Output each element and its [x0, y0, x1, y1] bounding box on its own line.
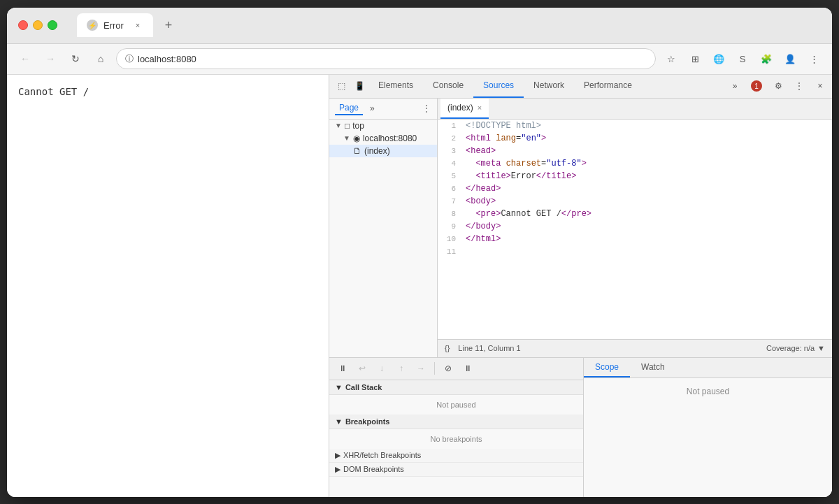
back-button[interactable]: ←	[15, 49, 35, 69]
xhr-arrow: ▶	[335, 451, 340, 460]
main-content: Cannot GET / ⬚ 📱 Elements Console Source…	[7, 75, 832, 497]
arrow-icon: ▼	[335, 122, 342, 129]
call-stack-content: Not paused	[329, 395, 583, 415]
debugger-right: Scope Watch Not paused	[584, 358, 832, 497]
refresh-button[interactable]: ↻	[66, 49, 85, 69]
stop-button[interactable]: ⏸	[460, 361, 475, 376]
browser-tab[interactable]: ⚡ Error ×	[77, 13, 153, 37]
xhr-breakpoints-header[interactable]: ▶ XHR/fetch Breakpoints	[329, 449, 583, 463]
code-editor[interactable]: 1 <!DOCTYPE html> 2 <html lang="en"> 3 <…	[438, 120, 832, 339]
code-line-3: 3 <head>	[438, 145, 832, 157]
apps-button[interactable]: ⊞	[685, 49, 705, 69]
breakpoints-header[interactable]: ▼ Breakpoints	[329, 415, 583, 429]
file-tree: Page » ⋮ ▼ □ top ▼ ◉ localhost:8080	[329, 99, 438, 357]
device-toolbar-button[interactable]: 📱	[350, 77, 368, 95]
home-button[interactable]: ⌂	[91, 49, 110, 69]
more-options-button[interactable]: ⋮	[790, 77, 808, 95]
devtools-panel: ⬚ 📱 Elements Console Sources Network Per…	[329, 75, 832, 497]
call-stack-header[interactable]: ▼ Call Stack	[329, 380, 583, 395]
new-tab-button[interactable]: +	[159, 15, 178, 35]
breakpoints-arrow: ▼	[335, 417, 343, 426]
close-button[interactable]	[18, 20, 28, 30]
dom-breakpoints-header[interactable]: ▶ DOM Breakpoints	[329, 463, 583, 477]
tree-label-top: top	[352, 121, 364, 131]
pause-button[interactable]: ⏸	[335, 361, 350, 376]
code-tab-index[interactable]: (index) ×	[440, 99, 489, 120]
settings-button[interactable]: ⚙	[769, 77, 787, 95]
bookmark-button[interactable]: ☆	[661, 49, 681, 69]
tree-label-index: (index)	[364, 146, 390, 156]
toolbar-separator	[434, 362, 435, 375]
watch-tab[interactable]: Watch	[630, 358, 676, 377]
extensions-button[interactable]: 🧩	[756, 49, 776, 69]
code-line-2: 2 <html lang="en">	[438, 132, 832, 145]
breakpoints-content: No breakpoints	[329, 429, 583, 449]
page-tab[interactable]: Page	[335, 101, 363, 115]
dom-label: DOM Breakpoints	[343, 465, 404, 473]
scope-not-paused: Not paused	[584, 378, 832, 405]
forward-button[interactable]: →	[41, 49, 60, 69]
tab-network[interactable]: Network	[524, 75, 574, 99]
more-tabs-button[interactable]: »	[726, 77, 744, 95]
code-tabs: (index) ×	[438, 99, 832, 120]
tree-item-localhost[interactable]: ▼ ◉ localhost:8080	[329, 132, 437, 145]
address-bar[interactable]: ⓘ localhost:8080	[116, 48, 656, 69]
step-out-button[interactable]: ↑	[394, 361, 409, 376]
file-icon: 🗋	[353, 146, 361, 156]
folder-icon: □	[345, 121, 350, 131]
sources-panel: Page » ⋮ ▼ □ top ▼ ◉ localhost:8080	[329, 99, 832, 357]
tree-item-top[interactable]: ▼ □ top	[329, 120, 437, 132]
position-info: Line 11, Column 1	[458, 344, 520, 352]
step-over-button[interactable]: ↩	[354, 361, 370, 376]
page-error-text: Cannot GET /	[18, 86, 89, 97]
code-tab-close[interactable]: ×	[478, 103, 482, 112]
deactivate-button[interactable]: ⊘	[440, 361, 456, 376]
call-stack-arrow: ▼	[335, 383, 343, 391]
secure-icon: ⓘ	[125, 53, 134, 65]
code-line-9: 9 </body>	[438, 220, 832, 233]
error-count: 1	[751, 80, 762, 92]
tab-performance[interactable]: Performance	[574, 75, 642, 99]
code-line-7: 7 <body>	[438, 195, 832, 208]
error-badge[interactable]: 1	[747, 79, 766, 93]
scope-tab[interactable]: Scope	[584, 358, 630, 377]
more-button[interactable]: ⋮	[804, 49, 824, 69]
debugger-panel: ⏸ ↩ ↓ ↑ → ⊘ ⏸ ▼ Call Stack	[329, 357, 832, 497]
file-tree-header: Page » ⋮	[329, 99, 437, 120]
tree-item-index[interactable]: 🗋 (index)	[329, 145, 437, 157]
breakpoints-label: Breakpoints	[345, 417, 390, 426]
url-text: localhost:8080	[138, 54, 196, 64]
maximize-button[interactable]	[48, 20, 57, 30]
down-arrow-icon[interactable]: ▼	[817, 344, 825, 352]
code-tab-label: (index)	[447, 103, 473, 113]
tab-title: Error	[103, 20, 124, 31]
close-devtools-button[interactable]: ×	[811, 77, 829, 95]
filetree-kebab[interactable]: ⋮	[422, 103, 431, 114]
tab-sources[interactable]: Sources	[473, 75, 524, 99]
devtools-tabs: ⬚ 📱 Elements Console Sources Network Per…	[329, 75, 832, 99]
debugger-toolbar: ⏸ ↩ ↓ ↑ → ⊘ ⏸	[329, 358, 583, 380]
xhr-label: XHR/fetch Breakpoints	[343, 451, 421, 459]
format-button[interactable]: {}	[445, 344, 450, 352]
traffic-lights	[18, 20, 57, 30]
minimize-button[interactable]	[33, 20, 43, 30]
translate-button[interactable]: 🌐	[709, 49, 729, 69]
call-stack-label: Call Stack	[345, 383, 382, 391]
tab-bar: ⚡ Error × +	[77, 13, 178, 37]
server-icon: ◉	[353, 134, 360, 143]
nav-bar: ← → ↻ ⌂ ⓘ localhost:8080 ☆ ⊞ 🌐 S 🧩 👤 ⋮	[7, 44, 832, 75]
tab-elements[interactable]: Elements	[368, 75, 423, 99]
step-button[interactable]: →	[413, 361, 429, 376]
tab-favicon: ⚡	[87, 20, 98, 31]
tab-close-button[interactable]: ×	[132, 20, 143, 31]
tab-console[interactable]: Console	[423, 75, 473, 99]
profile-button[interactable]: 👤	[780, 49, 800, 69]
step-into-button[interactable]: ↓	[374, 361, 389, 376]
code-line-6: 6 </head>	[438, 182, 832, 195]
inspect-element-button[interactable]: ⬚	[332, 77, 350, 95]
skype-button[interactable]: S	[733, 49, 752, 69]
no-breakpoints-text: No breakpoints	[431, 435, 482, 443]
more-tabs[interactable]: »	[366, 102, 379, 115]
code-line-5: 5 <title>Error</title>	[438, 170, 832, 182]
code-area: (index) × 1 <!DOCTYPE html> 2 <html lang…	[438, 99, 832, 357]
